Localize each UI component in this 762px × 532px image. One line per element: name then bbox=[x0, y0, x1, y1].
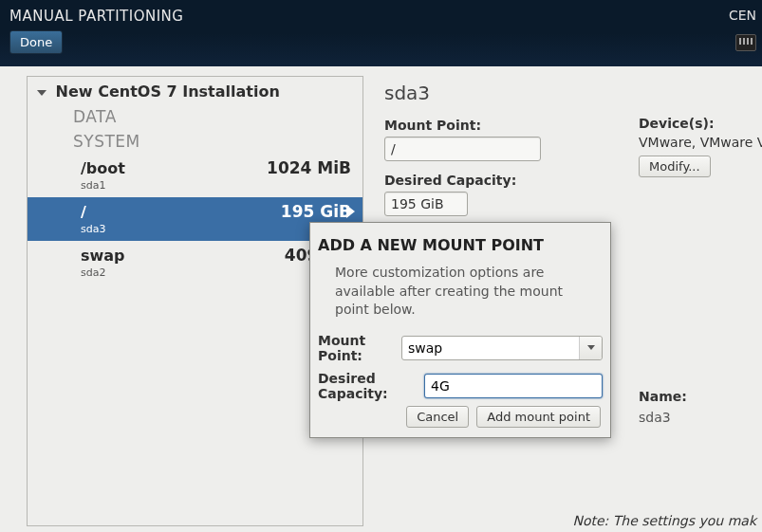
add-mount-point-dialog: ADD A NEW MOUNT POINT More customization… bbox=[309, 222, 611, 438]
name-value: sda3 bbox=[639, 410, 687, 425]
distro-label: CEN bbox=[729, 8, 756, 23]
dialog-mount-combo[interactable] bbox=[401, 336, 603, 360]
cancel-button[interactable]: Cancel bbox=[406, 406, 469, 428]
partition-title: sda3 bbox=[384, 82, 753, 104]
dialog-title: ADD A NEW MOUNT POINT bbox=[318, 236, 603, 254]
tree-title: New CentOS 7 Installation bbox=[56, 83, 280, 101]
note-text: Note: The settings you mak bbox=[572, 513, 756, 528]
dialog-mount-label: Mount Point: bbox=[318, 333, 401, 363]
tree-header[interactable]: New CentOS 7 Installation bbox=[28, 77, 362, 104]
name-label: Name: bbox=[639, 389, 687, 404]
mount-point-input[interactable] bbox=[384, 137, 541, 161]
category-system: SYSTEM bbox=[28, 129, 362, 154]
dialog-mount-input[interactable] bbox=[402, 337, 579, 359]
device-text: sda3 bbox=[81, 223, 105, 235]
add-mount-point-button[interactable]: Add mount point bbox=[476, 406, 601, 428]
keyboard-icon[interactable] bbox=[735, 34, 756, 51]
page-title: MANUAL PARTITIONING bbox=[9, 8, 753, 25]
size-text: 195 GiB bbox=[281, 202, 351, 221]
disclosure-triangle-icon[interactable] bbox=[37, 90, 46, 96]
device-text: sda2 bbox=[81, 266, 105, 279]
size-text: 1024 MiB bbox=[267, 158, 351, 177]
dialog-capacity-input[interactable] bbox=[424, 374, 603, 398]
mount-text: / bbox=[81, 203, 86, 221]
partition-row-boot[interactable]: /boot 1024 MiB sda1 bbox=[28, 154, 362, 197]
dialog-description: More customization options are available… bbox=[318, 264, 603, 320]
device-text: sda1 bbox=[81, 179, 105, 192]
devices-value: VMware, VMware Virtual S bbox=[639, 135, 762, 150]
mount-text: swap bbox=[81, 247, 125, 265]
chevron-down-icon[interactable] bbox=[579, 337, 602, 359]
dialog-capacity-label: Desired Capacity: bbox=[318, 371, 424, 401]
desired-capacity-input[interactable] bbox=[384, 192, 468, 216]
modify-button[interactable]: Modify... bbox=[639, 156, 711, 177]
devices-label: Device(s): bbox=[639, 116, 762, 131]
chevron-right-icon bbox=[346, 205, 355, 218]
top-bar: MANUAL PARTITIONING Done CEN bbox=[0, 0, 762, 66]
category-data: DATA bbox=[28, 104, 362, 129]
done-button[interactable]: Done bbox=[9, 30, 63, 54]
mount-text: /boot bbox=[81, 159, 125, 177]
